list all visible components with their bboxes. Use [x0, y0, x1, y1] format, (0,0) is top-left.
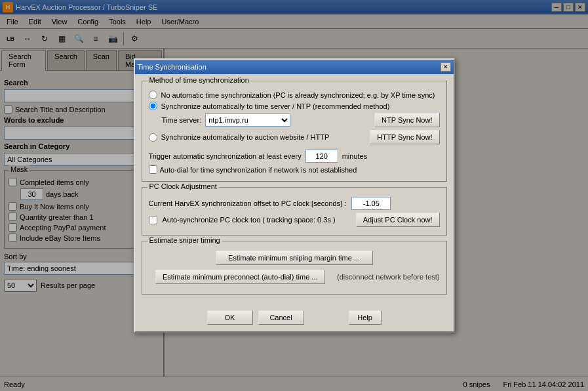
adjust-clock-btn[interactable]: Adjust PC Clock now!	[356, 213, 440, 227]
trigger-label: Trigger automatic synchronization at lea…	[149, 152, 302, 160]
server-select[interactable]: ntp1.imvp.ru	[205, 113, 290, 127]
estimate1-btn[interactable]: Estimate minimum sniping margin time ...	[216, 251, 373, 265]
radio-ntp-sync[interactable]	[149, 102, 157, 110]
cancel-btn[interactable]: Cancel	[258, 310, 304, 325]
estimate-title: Estimate sniper timing	[147, 236, 222, 244]
time-sync-section: Method of time synchronization No automa…	[142, 81, 447, 182]
dialog-title: Time Synchronisation	[138, 63, 206, 71]
dialog-close-btn[interactable]: ✕	[441, 62, 451, 72]
estimate2-btn[interactable]: Estimate minimum preconnect (auto-dial) …	[155, 270, 325, 284]
trigger-input[interactable]	[305, 150, 338, 163]
clock-offset-input[interactable]	[351, 197, 391, 210]
server-label: Time server:	[162, 116, 202, 124]
clock-adjust-title: PC Clock Adjustment	[147, 182, 219, 190]
http-btn[interactable]: HTTP Sync Now!	[370, 130, 439, 144]
radio-ntp-sync-label: Synchronize automatically to time server…	[161, 102, 390, 110]
auto-sync-clock-checkbox[interactable]	[149, 216, 157, 224]
radio-no-sync-label: No automatic time synchronization (PC is…	[161, 91, 435, 99]
ok-btn[interactable]: OK	[207, 310, 253, 325]
clock-adjust-section: PC Clock Adjustment Current HarvEX synch…	[142, 187, 447, 236]
dialog-content: Method of time synchronization No automa…	[135, 74, 454, 306]
modal-overlay: Time Synchronisation ✕ Method of time sy…	[0, 0, 588, 391]
radio-http-sync[interactable]	[149, 133, 157, 142]
radio-http-sync-label: Synchronize automatically to auction web…	[161, 133, 330, 141]
ntp-btn[interactable]: NTP Sync Now!	[374, 113, 439, 127]
help-btn[interactable]: Help	[349, 310, 382, 325]
radio-no-sync[interactable]	[149, 91, 157, 99]
dialog: Time Synchronisation ✕ Method of time sy…	[134, 58, 455, 333]
disconnect-note: (disconnect network before test)	[337, 273, 440, 281]
clock-offset-label: Current HarvEX synchronization offset to…	[149, 199, 347, 207]
auto-dial-label: Auto-dial for time synchronization if ne…	[160, 166, 357, 174]
dialog-title-bar: Time Synchronisation ✕	[135, 60, 454, 74]
auto-sync-clock-label: Auto-synchronize PC clock too ( tracking…	[163, 216, 336, 224]
trigger-unit: minutes	[342, 152, 368, 160]
estimate-section: Estimate sniper timing Estimate minimum …	[142, 241, 447, 295]
time-sync-title: Method of time synchronization	[147, 76, 251, 84]
dialog-footer: OK Cancel Help	[135, 306, 454, 331]
auto-dial-checkbox[interactable]	[149, 165, 157, 174]
